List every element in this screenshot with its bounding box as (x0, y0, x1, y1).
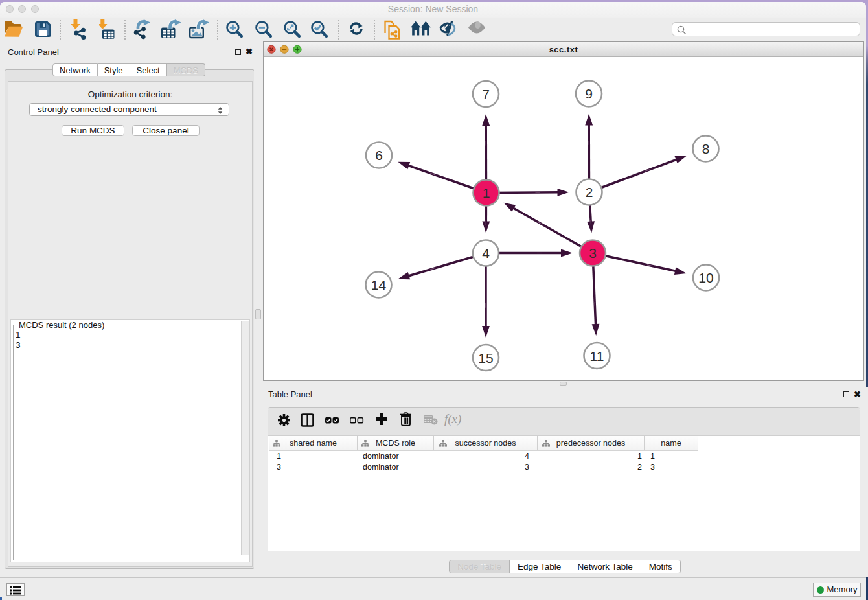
svg-text:9: 9 (585, 86, 593, 101)
svg-text:8: 8 (702, 141, 710, 156)
svg-text:1: 1 (483, 185, 490, 200)
svg-text:4: 4 (482, 246, 490, 260)
svg-text:2: 2 (586, 185, 593, 200)
svg-text:11: 11 (590, 349, 604, 363)
svg-text:6: 6 (375, 148, 383, 163)
svg-text:7: 7 (482, 87, 490, 102)
svg-text:3: 3 (589, 246, 597, 260)
svg-text:14: 14 (371, 277, 387, 292)
svg-text:10: 10 (698, 270, 713, 285)
svg-text:15: 15 (478, 351, 493, 365)
